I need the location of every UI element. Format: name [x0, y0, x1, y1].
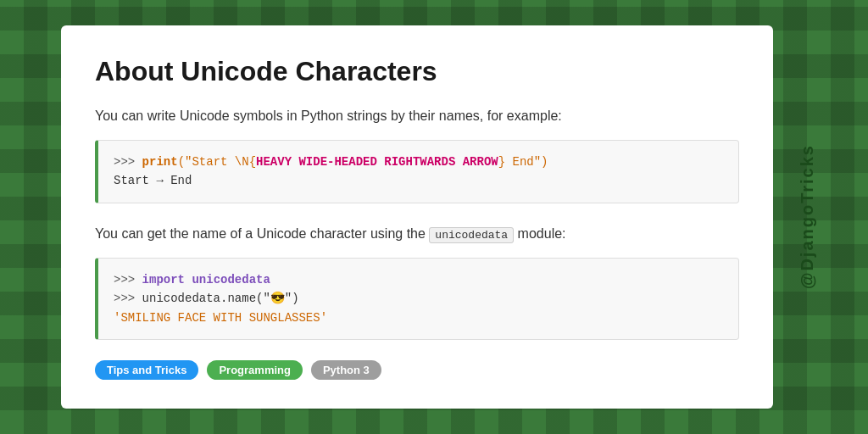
- tag-tips-and-tricks[interactable]: Tips and Tricks: [95, 360, 198, 380]
- code-result-text: 'SMILING FACE WITH SUNGLASSES': [114, 311, 327, 325]
- code-import-keyword: import: [142, 273, 185, 287]
- code-output-text: Start → End: [114, 174, 192, 187]
- paragraph-2-after: module:: [514, 226, 565, 241]
- code-line-import: >>> import unicodedata: [114, 270, 723, 289]
- paragraph-2-before: You can get the name of a Unicode charac…: [95, 226, 429, 241]
- code-line-1: >>> print("Start \N{HEAVY WIDE-HEADED RI…: [114, 153, 723, 171]
- code-prompt-2: >>>: [114, 273, 142, 287]
- inline-code-unicodedata: unicodedata: [429, 227, 514, 243]
- code-import-module: unicodedata: [185, 273, 270, 287]
- code-block-1: >>> print("Start \N{HEAVY WIDE-HEADED RI…: [95, 140, 739, 203]
- tag-programming[interactable]: Programming: [207, 360, 303, 380]
- code-line-name-call: >>> unicodedata.name("😎"): [114, 289, 723, 308]
- paragraph-1: You can write Unicode symbols in Python …: [95, 106, 739, 126]
- main-card: About Unicode Characters You can write U…: [61, 25, 773, 409]
- tags-row: Tips and Tricks Programming Python 3: [95, 360, 739, 380]
- code-print-keyword: print: [142, 155, 178, 169]
- code-prompt-3: >>>: [114, 292, 142, 305]
- code-block-2: >>> import unicodedata >>> unicodedata.n…: [95, 258, 739, 340]
- code-name-call: unicodedata.name("😎"): [142, 292, 299, 305]
- page-title: About Unicode Characters: [95, 56, 739, 87]
- code-output-line: Start → End: [114, 171, 723, 190]
- code-unicode-name: HEAVY WIDE-HEADED RIGHTWARDS ARROW: [256, 155, 498, 169]
- code-string-close: } End"): [498, 155, 548, 169]
- right-panel: @DjangoTricks: [773, 0, 841, 434]
- tag-python3[interactable]: Python 3: [311, 360, 381, 380]
- sidebar-handle: @DjangoTricks: [798, 144, 817, 289]
- code-line-result: 'SMILING FACE WITH SUNGLASSES': [114, 309, 723, 327]
- code-string-open: ("Start \N{: [178, 155, 256, 169]
- paragraph-2: You can get the name of a Unicode charac…: [95, 224, 739, 244]
- code-prompt-1: >>>: [114, 155, 142, 169]
